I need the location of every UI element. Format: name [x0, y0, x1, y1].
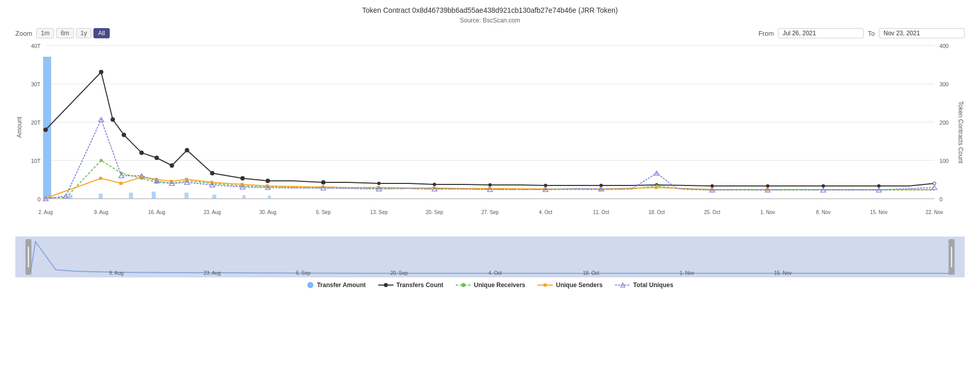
chart-main-title: Token Contract 0x8d46739bb6ad55ae438d921…	[10, 5, 970, 16]
chart-subtitle: Source: BscScan.com	[10, 16, 970, 25]
svg-point-63	[822, 184, 825, 187]
to-label: To	[868, 30, 875, 37]
unique-senders-icon	[537, 281, 553, 289]
svg-text:25. Oct: 25. Oct	[704, 209, 720, 215]
svg-rect-35	[68, 195, 72, 199]
legend-label-unique-senders: Unique Senders	[556, 281, 602, 289]
svg-rect-80	[185, 178, 188, 181]
svg-rect-36	[99, 194, 103, 199]
svg-text:100: 100	[940, 158, 949, 164]
legend-item-transfer-amount: Transfer Amount	[307, 281, 366, 289]
svg-point-48	[155, 156, 159, 160]
main-chart-svg: 0 10T 20T 30T 40T 0 100 200 300 400 Amou…	[15, 40, 965, 234]
svg-text:1. Nov: 1. Nov	[680, 270, 695, 276]
from-date-input[interactable]	[778, 28, 864, 38]
svg-text:4. Oct: 4. Oct	[539, 209, 553, 215]
legend-label-unique-receivers: Unique Receivers	[474, 281, 526, 289]
legend-row: Transfer Amount Transfers Count Unique R…	[10, 281, 970, 289]
transfer-amount-icon	[307, 281, 314, 289]
from-label: From	[758, 30, 774, 37]
svg-text:27. Sep: 27. Sep	[481, 209, 499, 215]
svg-text:300: 300	[940, 81, 949, 87]
svg-point-44	[99, 70, 103, 74]
svg-point-56	[433, 183, 436, 186]
svg-text:23. Aug: 23. Aug	[204, 209, 221, 215]
svg-point-51	[210, 171, 214, 175]
svg-point-45	[111, 118, 115, 122]
svg-point-133	[384, 283, 388, 287]
svg-text:18. Oct: 18. Oct	[649, 209, 665, 215]
svg-text:9. Aug: 9. Aug	[109, 270, 124, 276]
svg-text:11. Oct: 11. Oct	[593, 209, 609, 215]
svg-text:16. Aug: 16. Aug	[148, 209, 165, 215]
svg-point-54	[322, 180, 326, 184]
legend-item-unique-senders: Unique Senders	[537, 281, 602, 289]
svg-rect-37	[129, 193, 133, 199]
zoom-1y-button[interactable]: 1y	[76, 28, 92, 38]
svg-rect-42	[268, 196, 271, 199]
svg-point-61	[710, 184, 714, 187]
svg-text:0: 0	[940, 196, 943, 202]
svg-point-58	[544, 184, 547, 187]
svg-point-62	[766, 184, 769, 187]
zoom-1m-button[interactable]: 1m	[36, 28, 54, 38]
date-range: From To	[758, 28, 965, 38]
svg-text:30. Aug: 30. Aug	[259, 209, 277, 215]
svg-point-47	[139, 151, 143, 155]
svg-text:9. Aug: 9. Aug	[94, 209, 108, 215]
svg-text:20T: 20T	[31, 120, 41, 126]
zoom-label: Zoom	[15, 30, 32, 37]
legend-label-transfer-amount: Transfer Amount	[317, 281, 366, 289]
zoom-controls: Zoom 1m 6m 1y All	[15, 28, 110, 38]
svg-text:18. Oct: 18. Oct	[583, 270, 599, 276]
svg-text:200: 200	[940, 120, 949, 126]
svg-rect-137	[544, 284, 547, 287]
svg-text:Amount: Amount	[16, 116, 23, 138]
zoom-all-button[interactable]: All	[93, 28, 109, 38]
total-uniques-icon	[615, 281, 630, 289]
svg-point-66	[100, 159, 103, 162]
svg-text:4. Oct: 4. Oct	[488, 270, 502, 276]
svg-rect-39	[184, 193, 188, 199]
chart-container: Token Contract 0x8d46739bb6ad55ae438d921…	[0, 0, 980, 376]
svg-point-135	[461, 283, 465, 287]
svg-text:30T: 30T	[31, 81, 41, 87]
svg-text:2. Aug: 2. Aug	[38, 209, 53, 215]
svg-text:23. Aug: 23. Aug	[204, 270, 221, 276]
legend-item-total-uniques: Total Uniques	[615, 281, 673, 289]
svg-rect-90	[655, 186, 658, 189]
svg-point-43	[43, 128, 47, 132]
svg-point-53	[266, 179, 270, 183]
svg-text:0: 0	[37, 196, 40, 202]
svg-point-55	[377, 182, 380, 185]
svg-point-52	[240, 176, 244, 180]
legend-item-transfers-count: Transfers Count	[378, 281, 444, 289]
svg-text:20. Sep: 20. Sep	[426, 209, 444, 215]
svg-point-49	[170, 163, 174, 168]
chart-title: Token Contract 0x8d46739bb6ad55ae438d921…	[10, 5, 970, 25]
svg-text:6. Sep: 6. Sep	[296, 270, 311, 276]
svg-text:20. Sep: 20. Sep	[390, 270, 408, 276]
svg-point-46	[122, 133, 126, 137]
svg-text:40T: 40T	[31, 43, 41, 49]
zoom-6m-button[interactable]: 6m	[56, 28, 74, 38]
svg-text:1. Nov: 1. Nov	[761, 209, 775, 215]
svg-point-64	[877, 184, 880, 187]
navigator-svg: 9. Aug 23. Aug 6. Sep 20. Sep 4. Oct 18.…	[15, 237, 965, 277]
svg-text:10T: 10T	[31, 158, 41, 164]
svg-text:Token Contracts Count: Token Contracts Count	[957, 101, 964, 164]
svg-text:6. Sep: 6. Sep	[316, 209, 331, 215]
svg-rect-38	[152, 192, 156, 199]
navigator-area[interactable]: 9. Aug 23. Aug 6. Sep 20. Sep 4. Oct 18.…	[15, 237, 965, 277]
svg-text:15. Nov: 15. Nov	[774, 270, 792, 276]
svg-point-131	[307, 282, 313, 288]
svg-point-65	[933, 182, 936, 185]
to-date-input[interactable]	[879, 28, 965, 38]
svg-point-57	[488, 183, 492, 186]
unique-receivers-icon	[456, 281, 471, 289]
svg-rect-41	[242, 195, 246, 199]
svg-text:400: 400	[940, 43, 949, 49]
svg-point-50	[185, 148, 189, 152]
legend-item-unique-receivers: Unique Receivers	[456, 281, 526, 289]
main-chart-area: 0 10T 20T 30T 40T 0 100 200 300 400 Amou…	[15, 40, 965, 234]
